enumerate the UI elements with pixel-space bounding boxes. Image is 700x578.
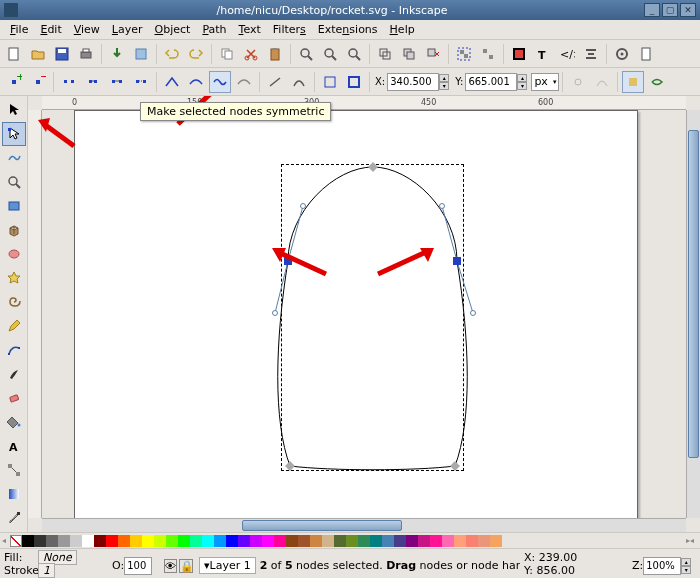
menu-path[interactable]: Path xyxy=(196,21,232,38)
palette-menu[interactable]: ◂ xyxy=(690,536,698,545)
color-swatch[interactable] xyxy=(34,535,46,547)
connector-tool[interactable] xyxy=(2,458,26,482)
save-button[interactable] xyxy=(51,43,73,65)
zoom-input[interactable] xyxy=(643,557,681,575)
color-swatch[interactable] xyxy=(154,535,166,547)
color-swatch[interactable] xyxy=(382,535,394,547)
menu-extensions[interactable]: Extensions xyxy=(312,21,384,38)
color-swatch[interactable] xyxy=(202,535,214,547)
minimize-button[interactable]: _ xyxy=(644,3,660,17)
menu-view[interactable]: View xyxy=(68,21,106,38)
node-cusp-button[interactable] xyxy=(161,71,183,93)
x-input[interactable] xyxy=(387,73,439,91)
color-swatch[interactable] xyxy=(430,535,442,547)
edit-mask-button[interactable] xyxy=(646,71,668,93)
node-smooth-button[interactable] xyxy=(185,71,207,93)
menu-file[interactable]: File xyxy=(4,21,34,38)
menu-edit[interactable]: Edit xyxy=(34,21,67,38)
color-swatch[interactable] xyxy=(298,535,310,547)
color-swatch[interactable] xyxy=(454,535,466,547)
import-button[interactable] xyxy=(106,43,128,65)
segment-curve-button[interactable] xyxy=(288,71,310,93)
spiral-tool[interactable] xyxy=(2,290,26,314)
color-swatch[interactable] xyxy=(190,535,202,547)
segment-line-button[interactable] xyxy=(264,71,286,93)
color-swatch[interactable] xyxy=(370,535,382,547)
gradient-tool[interactable] xyxy=(2,482,26,506)
join-segment-button[interactable] xyxy=(106,71,128,93)
color-swatch[interactable] xyxy=(466,535,478,547)
delete-node-button[interactable]: − xyxy=(27,71,49,93)
menu-help[interactable]: Help xyxy=(384,21,421,38)
color-swatch[interactable] xyxy=(250,535,262,547)
color-swatch[interactable] xyxy=(358,535,370,547)
color-swatch[interactable] xyxy=(238,535,250,547)
node-handle[interactable] xyxy=(300,203,306,209)
zoom-spinner[interactable]: ▴▾ xyxy=(681,558,691,574)
scrollbar-horizontal[interactable] xyxy=(42,518,686,532)
color-swatch[interactable] xyxy=(442,535,454,547)
menu-object[interactable]: Object xyxy=(149,21,197,38)
node-tool[interactable] xyxy=(2,122,26,146)
color-swatch[interactable] xyxy=(286,535,298,547)
print-button[interactable] xyxy=(75,43,97,65)
color-swatch[interactable] xyxy=(58,535,70,547)
cut-button[interactable] xyxy=(240,43,262,65)
menu-text[interactable]: Text xyxy=(233,21,267,38)
paste-button[interactable] xyxy=(264,43,286,65)
delete-segment-button[interactable] xyxy=(130,71,152,93)
unlink-clone-button[interactable] xyxy=(422,43,444,65)
clone-button[interactable] xyxy=(398,43,420,65)
color-swatch[interactable] xyxy=(166,535,178,547)
zoom-tool[interactable] xyxy=(2,170,26,194)
text-tool[interactable]: A xyxy=(2,434,26,458)
color-swatch[interactable] xyxy=(478,535,490,547)
scrollbar-vertical[interactable] xyxy=(686,110,700,518)
color-swatch[interactable] xyxy=(94,535,106,547)
fill-stroke-button[interactable] xyxy=(508,43,530,65)
unit-select[interactable]: px▾ xyxy=(531,73,559,91)
close-button[interactable]: ✕ xyxy=(680,3,696,17)
stroke-to-path-button[interactable] xyxy=(343,71,365,93)
x-spinner[interactable]: ▴▾ xyxy=(439,74,449,90)
menu-layer[interactable]: Layer xyxy=(106,21,149,38)
selector-tool[interactable] xyxy=(2,98,26,122)
align-button[interactable] xyxy=(580,43,602,65)
color-swatch[interactable] xyxy=(226,535,238,547)
color-swatch[interactable] xyxy=(490,535,502,547)
zoom-page-button[interactable] xyxy=(343,43,365,65)
doc-prefs-button[interactable] xyxy=(635,43,657,65)
bezier-tool[interactable] xyxy=(2,338,26,362)
xml-editor-button[interactable]: </> xyxy=(556,43,578,65)
color-swatch[interactable] xyxy=(310,535,322,547)
break-node-button[interactable] xyxy=(58,71,80,93)
palette-scroll-left[interactable]: ◂ xyxy=(2,536,10,545)
color-swatch[interactable] xyxy=(130,535,142,547)
node-auto-button[interactable] xyxy=(233,71,255,93)
zoom-drawing-button[interactable] xyxy=(319,43,341,65)
edit-clip-button[interactable] xyxy=(622,71,644,93)
open-button[interactable] xyxy=(27,43,49,65)
color-swatch[interactable] xyxy=(178,535,190,547)
color-swatch[interactable] xyxy=(394,535,406,547)
eraser-tool[interactable] xyxy=(2,386,26,410)
opacity-input[interactable] xyxy=(124,557,152,575)
color-swatch[interactable] xyxy=(22,535,34,547)
color-swatch[interactable] xyxy=(274,535,286,547)
layer-lock-toggle[interactable]: 🔒 xyxy=(179,559,193,573)
color-swatch[interactable] xyxy=(262,535,274,547)
layer-visibility-toggle[interactable]: 👁 xyxy=(164,559,177,573)
color-swatch[interactable] xyxy=(142,535,154,547)
ellipse-tool[interactable] xyxy=(2,242,26,266)
group-button[interactable] xyxy=(453,43,475,65)
color-swatch[interactable] xyxy=(418,535,430,547)
calligraphy-tool[interactable] xyxy=(2,362,26,386)
object-to-path-button[interactable] xyxy=(319,71,341,93)
color-swatch[interactable] xyxy=(406,535,418,547)
color-swatch[interactable] xyxy=(118,535,130,547)
star-tool[interactable] xyxy=(2,266,26,290)
paintbucket-tool[interactable] xyxy=(2,410,26,434)
y-spinner[interactable]: ▴▾ xyxy=(517,74,527,90)
node-handle[interactable] xyxy=(439,203,445,209)
path-node-selected[interactable] xyxy=(453,257,461,265)
